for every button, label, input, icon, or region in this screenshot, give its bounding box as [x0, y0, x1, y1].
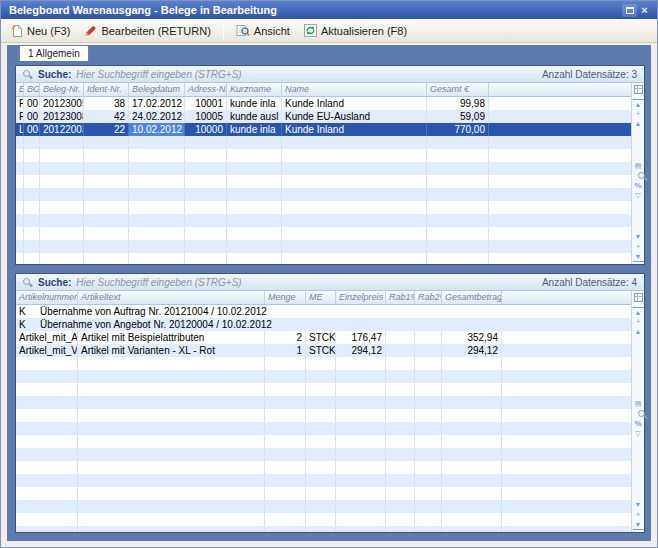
cell-beleg-nr[interactable]: 20123005 — [40, 97, 84, 110]
cell-kurzname[interactable]: kunde inla — [227, 97, 282, 110]
cell-gesamt[interactable]: 59,09 — [427, 110, 489, 123]
cell-ident-nr[interactable]: 22 — [84, 123, 129, 136]
cell-b[interactable]: R — [16, 110, 24, 123]
columns-icon[interactable]: ▤ — [633, 399, 644, 409]
scroll-page-up-icon[interactable]: + — [633, 109, 644, 119]
new-button[interactable]: Neu (F3) — [5, 22, 76, 40]
cell-comment-text[interactable]: Übernahme von Angebot Nr. 20120004 / 10.… — [38, 318, 631, 331]
cell-me[interactable]: STCK — [306, 344, 336, 357]
comment-row[interactable]: K Übernahme von Angebot Nr. 20120004 / 1… — [16, 318, 631, 331]
column-header-beleg-nr[interactable]: Beleg-Nr. — [40, 83, 84, 96]
table-row[interactable]: R 00 20123005 38 17.02.2012 /Fr 10001 ku… — [16, 97, 631, 110]
comment-row[interactable]: K Übernahme von Auftrag Nr. 20121004 / 1… — [16, 305, 631, 318]
cell-marker[interactable]: K — [16, 305, 38, 318]
documents-search-bar[interactable]: Suche: Hier Suchbegriff eingeben (STRG+S… — [16, 66, 644, 83]
cell-bg[interactable]: 00 — [24, 123, 40, 136]
column-header-adress-nr[interactable]: Adress-Nr. — [185, 83, 227, 96]
cell-marker[interactable]: K — [16, 318, 38, 331]
cell-menge[interactable]: 2 — [265, 331, 306, 344]
table-row[interactable]: Artikel_mit_Attribu Artikel mit Beispiel… — [16, 331, 631, 344]
cell-kurzname[interactable]: kunde inla — [227, 123, 282, 136]
percent-icon[interactable]: % — [633, 419, 644, 429]
positions-search-bar[interactable]: Suche: Hier Suchbegriff eingeben (STRG+S… — [16, 274, 644, 291]
column-header-b[interactable]: B — [16, 83, 24, 96]
column-header-artikeltext[interactable]: Artikeltext — [78, 291, 265, 304]
column-header-ident-nr[interactable]: Ident-Nr. — [84, 83, 129, 96]
column-header-menge[interactable]: Menge — [265, 291, 306, 304]
tab-allgemein[interactable]: 1 Allgemein — [19, 45, 89, 61]
scroll-down-icon[interactable]: ▼ — [633, 500, 644, 510]
cell-artikelnummer[interactable]: Artikel_mit_Attribu — [16, 331, 78, 344]
cell-me[interactable]: STCK — [306, 331, 336, 344]
columns-icon[interactable]: ▤ — [633, 161, 644, 171]
column-header-rab1[interactable]: Rab1% — [386, 291, 415, 304]
cell-beleg-nr[interactable]: 20122003 — [40, 123, 84, 136]
column-header-bg[interactable]: BG — [24, 83, 40, 96]
cell-adress-nr[interactable]: 10001 — [185, 97, 227, 110]
cell-comment-text[interactable]: Übernahme von Auftrag Nr. 20121004 / 10.… — [38, 305, 631, 318]
cell-belegdatum[interactable]: 24.02.2012 /Fr — [129, 110, 185, 123]
cell-kurzname[interactable]: kunde ausl — [227, 110, 282, 123]
percent-icon[interactable]: % — [633, 181, 644, 191]
cell-rab2[interactable] — [415, 344, 442, 357]
cell-name[interactable]: Kunde EU-Ausland — [282, 110, 427, 123]
scroll-last-icon[interactable]: ▼ — [633, 252, 644, 262]
cell-rab1[interactable] — [386, 344, 415, 357]
cell-artikeltext[interactable]: Artikel mit Varianten - XL - Rot — [78, 344, 265, 357]
column-header-kurzname[interactable]: Kurzname — [227, 83, 282, 96]
cell-gesamtbetrag[interactable]: 352,94 — [442, 331, 502, 344]
cell-gesamtbetrag[interactable]: 294,12 — [442, 344, 502, 357]
cell-gesamt[interactable]: 770,00 — [427, 123, 489, 136]
scroll-page-down-icon[interactable]: + — [633, 510, 644, 520]
cell-gesamt[interactable]: 99,98 — [427, 97, 489, 110]
column-header-me[interactable]: ME — [306, 291, 336, 304]
cell-artikeltext[interactable]: Artikel mit Beispielattributen — [78, 331, 265, 344]
close-button[interactable]: × — [637, 4, 652, 17]
cell-b[interactable]: L — [16, 123, 24, 136]
column-header-name[interactable]: Name — [282, 83, 427, 96]
cell-ident-nr[interactable]: 42 — [84, 110, 129, 123]
cell-einzelpreis[interactable]: 176,47 — [336, 331, 386, 344]
column-header-belegdatum[interactable]: Belegdatum — [129, 83, 185, 96]
cell-ident-nr[interactable]: 38 — [84, 97, 129, 110]
scroll-page-down-icon[interactable]: + — [633, 242, 644, 252]
view-button[interactable]: Ansicht — [230, 22, 296, 39]
table-row[interactable]: Artikel_mit_Variant Artikel mit Variante… — [16, 344, 631, 357]
cell-belegdatum-focused[interactable]: 10.02.2012 — [129, 123, 185, 136]
cell-artikelnummer[interactable]: Artikel_mit_Variant — [16, 344, 78, 357]
restore-button[interactable] — [622, 4, 637, 17]
cell-rab1[interactable] — [386, 331, 415, 344]
table-row[interactable]: R 00 20123008 42 24.02.2012 /Fr 10005 ku… — [16, 110, 631, 123]
column-header-artikelnummer[interactable]: Artikelnummer — [16, 291, 78, 304]
cell-adress-nr[interactable]: 10005 — [185, 110, 227, 123]
filter-icon[interactable]: ▽ — [633, 429, 644, 439]
scroll-last-icon[interactable]: ▼ — [633, 520, 644, 530]
scroll-up-icon[interactable]: ▲ — [633, 119, 644, 129]
cell-b[interactable]: R — [16, 97, 24, 110]
column-chooser-icon[interactable] — [634, 85, 643, 94]
scroll-up-icon[interactable]: ▲ — [633, 327, 644, 337]
column-header-gesamt[interactable]: Gesamt € — [427, 83, 489, 96]
grid-search-icon[interactable] — [633, 171, 644, 181]
column-header-einzelpreis[interactable]: Einzelpreis — [336, 291, 386, 304]
column-header-gesamtbetrag[interactable]: Gesamtbetrag — [442, 291, 502, 304]
scroll-first-icon[interactable]: ▲ — [633, 307, 644, 317]
cell-bg[interactable]: 00 — [24, 110, 40, 123]
scroll-down-icon[interactable]: ▼ — [633, 232, 644, 242]
cell-einzelpreis[interactable]: 294,12 — [336, 344, 386, 357]
scroll-page-up-icon[interactable]: + — [633, 317, 644, 327]
cell-name[interactable]: Kunde Inland — [282, 97, 427, 110]
cell-bg[interactable]: 00 — [24, 97, 40, 110]
grid-search-icon[interactable] — [633, 409, 644, 419]
filter-icon[interactable]: ▽ — [633, 191, 644, 201]
table-row-selected[interactable]: L 00 20122003 22 10.02.2012 10000 kunde … — [16, 123, 631, 136]
column-chooser-icon[interactable] — [634, 293, 643, 302]
cell-menge[interactable]: 1 — [265, 344, 306, 357]
cell-belegdatum[interactable]: 17.02.2012 /Fr — [129, 97, 185, 110]
cell-rab2[interactable] — [415, 331, 442, 344]
edit-button[interactable]: Bearbeiten (RETURN) — [78, 22, 216, 39]
cell-adress-nr[interactable]: 10000 — [185, 123, 227, 136]
scroll-first-icon[interactable]: ▲ — [633, 99, 644, 109]
refresh-button[interactable]: Aktualisieren (F8) — [298, 22, 413, 39]
cell-name[interactable]: Kunde Inland — [282, 123, 427, 136]
